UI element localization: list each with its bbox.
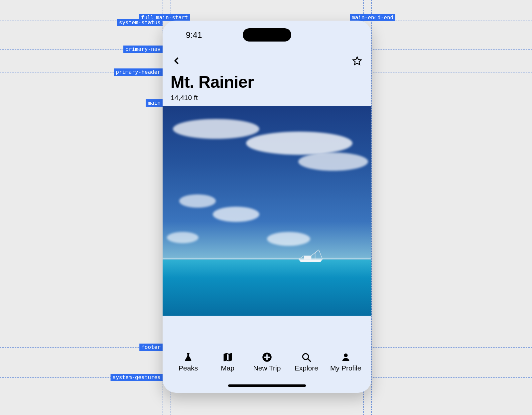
guide-label-primary-header: primary-header <box>114 68 163 76</box>
status-bar: 9:41 <box>163 21 371 49</box>
page-title: Mt. Rainier <box>171 72 363 92</box>
hero-image <box>163 106 371 316</box>
favorite-button[interactable] <box>351 54 363 67</box>
tab-label: My Profile <box>330 364 361 372</box>
status-time: 9:41 <box>186 30 202 40</box>
tab-label: Peaks <box>179 364 198 372</box>
map-icon <box>223 352 233 362</box>
guide-label-footer: footer <box>139 344 163 351</box>
flask-icon <box>183 352 193 362</box>
tab-new-trip[interactable]: New Trip <box>251 352 283 372</box>
phone-frame: 9:41 Mt. Rainier 14,410 ft <box>163 21 371 393</box>
tab-label: Explore <box>295 364 318 372</box>
tab-peaks[interactable]: Peaks <box>172 352 204 372</box>
star-icon <box>352 56 362 66</box>
svg-line-7 <box>308 359 311 362</box>
home-indicator[interactable] <box>228 384 306 387</box>
svg-point-8 <box>344 354 347 357</box>
svg-marker-0 <box>353 57 361 65</box>
guide-label-main-start: main-start <box>154 14 190 21</box>
dynamic-island <box>243 28 291 42</box>
guide-label-main-end: main-end <box>350 14 379 21</box>
guide-label-d-end: d-end <box>375 14 395 21</box>
back-button[interactable] <box>171 55 183 67</box>
page-subtitle: 14,410 ft <box>171 94 363 102</box>
tab-my-profile[interactable]: My Profile <box>330 352 362 372</box>
primary-header: Mt. Rainier 14,410 ft <box>163 72 371 106</box>
tab-explore[interactable]: Explore <box>290 352 322 372</box>
plus-circle-icon <box>262 352 272 362</box>
chevron-left-icon <box>172 56 181 65</box>
guide-label-primary-nav: primary-nav <box>123 46 163 53</box>
guide-label-main: main <box>146 99 163 107</box>
guide-label-system-status: system-status <box>117 19 163 26</box>
tab-label: New Trip <box>253 364 281 372</box>
tab-map[interactable]: Map <box>212 352 244 372</box>
primary-nav <box>163 49 371 72</box>
footer-tabbar: Peaks Map New Trip Explore My Profile <box>163 347 371 377</box>
guide-label-system-gestures: system-gestures <box>111 374 163 381</box>
guide-horizontal <box>0 393 532 393</box>
tab-label: Map <box>221 364 234 372</box>
guide-vertical <box>371 0 372 415</box>
person-icon <box>341 352 351 362</box>
search-icon <box>301 352 311 362</box>
guide-label-fullb: fullb <box>139 14 159 21</box>
